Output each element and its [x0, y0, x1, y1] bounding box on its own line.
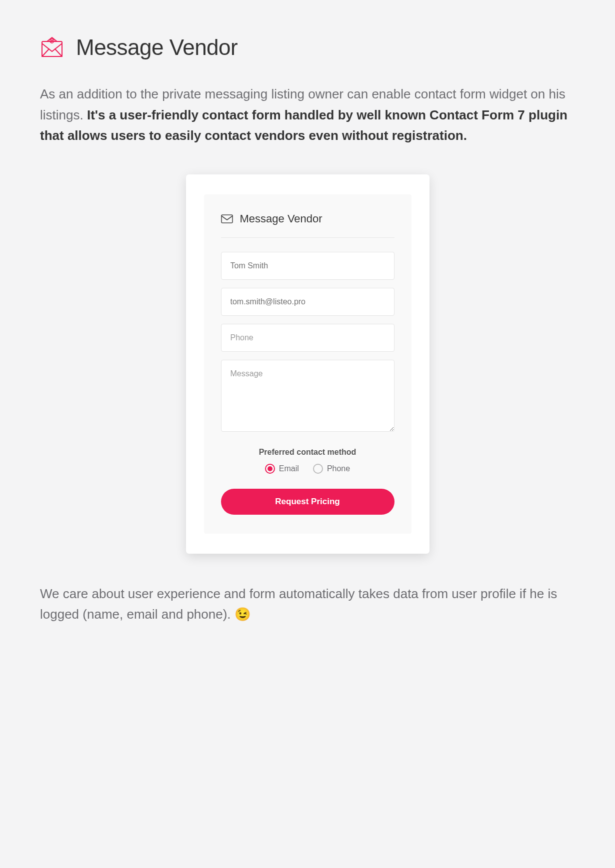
wink-emoji: 😉 — [234, 607, 250, 622]
page-title: Message Vendor — [76, 35, 238, 60]
intro-bold: It's a user-friendly contact form handle… — [40, 107, 568, 143]
radio-phone-indicator — [313, 464, 323, 474]
intro-paragraph: As an addition to the private messaging … — [40, 84, 575, 146]
svg-rect-2 — [222, 215, 232, 223]
phone-input[interactable] — [221, 324, 394, 352]
envelope-icon — [221, 214, 233, 224]
footnote-text: We care about user experience and form a… — [40, 586, 557, 622]
widget-title: Message Vendor — [240, 212, 322, 225]
radio-phone[interactable]: Phone — [313, 464, 350, 474]
svg-point-1 — [51, 40, 53, 42]
name-input[interactable] — [221, 252, 394, 280]
svg-rect-0 — [42, 41, 62, 56]
preferred-contact-label: Preferred contact method — [221, 448, 394, 457]
contact-form-card: Message Vendor Preferred contact method … — [186, 174, 430, 554]
radio-email-indicator — [265, 464, 275, 474]
radio-phone-label: Phone — [327, 464, 350, 473]
radio-email[interactable]: Email — [265, 464, 299, 474]
radio-email-label: Email — [279, 464, 299, 473]
message-vendor-icon — [40, 35, 64, 59]
message-textarea[interactable] — [221, 360, 394, 432]
footnote: We care about user experience and form a… — [40, 584, 575, 625]
request-pricing-button[interactable]: Request Pricing — [221, 489, 394, 515]
email-input[interactable] — [221, 288, 394, 316]
